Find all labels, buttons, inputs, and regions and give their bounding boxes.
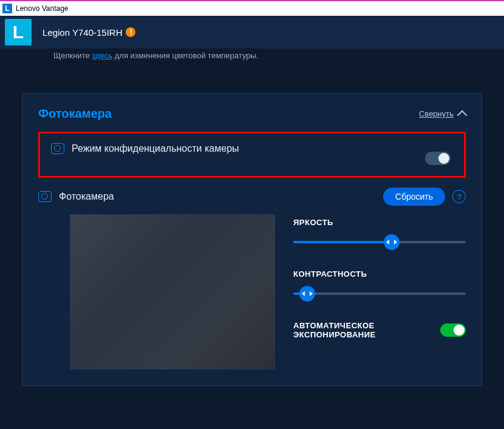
collapse-button[interactable]: Свернуть [419,109,466,119]
camera-settings-header: Фотокамера Сбросить ? [38,187,466,206]
auto-exposure-label: АВТОМАТИЧЕСКОЕ ЭКСПОНИРОВАНИЕ [293,321,428,339]
slider-track [293,292,466,295]
slider-thumb[interactable] [384,234,400,250]
card-title: Фотокамера [38,107,112,121]
color-temp-link[interactable]: здесь [92,51,112,60]
brightness-label: ЯРКОСТЬ [293,218,466,227]
camera-settings-label: Фотокамера [59,191,376,202]
privacy-row-head: Режим конфиденциальности камеры [51,143,453,154]
camera-privacy-row: Режим конфиденциальности камеры [38,132,466,178]
window-titlebar: L Lenovo Vantage [0,0,504,16]
content-area: Щелкните здесь для изменения цветовой те… [0,49,504,398]
auto-exposure-row: АВТОМАТИЧЕСКОЕ ЭКСПОНИРОВАНИЕ [293,321,466,339]
auto-exposure-toggle[interactable] [440,323,466,337]
hint-suffix: для изменения цветовой температуры. [112,51,258,60]
camera-controls: ЯРКОСТЬ КОНТРАСТНОСТЬ АВТОМАТИЧЕСКОЕ ЭКС… [293,214,466,370]
app-icon: L [2,4,12,13]
device-model: Legion Y740-15IRH ! [43,27,135,38]
reset-button[interactable]: Сбросить [383,187,445,206]
camera-body: ЯРКОСТЬ КОНТРАСТНОСТЬ АВТОМАТИЧЕСКОЕ ЭКС… [38,214,466,370]
camera-preview [70,214,275,370]
hint-prefix: Щелкните [53,51,92,60]
contrast-label: КОНТРАСТНОСТЬ [293,269,466,279]
camera-card: Фотокамера Свернуть Режим конфиденциальн… [22,93,482,386]
warning-icon[interactable]: ! [126,27,135,37]
privacy-toggle[interactable] [425,152,451,165]
color-temp-hint: Щелкните здесь для изменения цветовой те… [22,49,482,69]
contrast-slider[interactable] [293,286,466,302]
app-header: L Legion Y740-15IRH ! [0,16,504,49]
camera-icon [38,191,52,202]
slider-thumb[interactable] [299,286,315,302]
privacy-label: Режим конфиденциальности камеры [72,143,239,154]
camera-icon [51,143,64,154]
device-model-text: Legion Y740-15IRH [43,27,122,38]
chevron-up-icon [457,110,468,120]
collapse-label: Свернуть [419,109,454,118]
window-title: Lenovo Vantage [16,4,69,13]
help-icon[interactable]: ? [452,190,466,203]
slider-fill [293,241,392,243]
card-header: Фотокамера Свернуть [38,107,466,121]
lenovo-logo-icon: L [5,19,32,46]
brightness-slider[interactable] [293,234,466,250]
